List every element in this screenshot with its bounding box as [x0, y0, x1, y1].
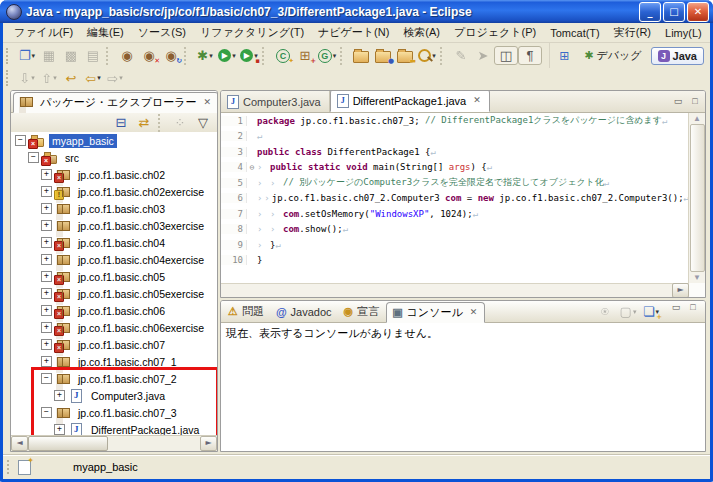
maximize-editor-button[interactable]: □ [688, 95, 702, 108]
tab-declaration[interactable]: ◉宣言 [339, 302, 387, 321]
show-whitespace-button[interactable]: ¶ [518, 46, 542, 65]
java-perspective-button[interactable]: J Java [651, 47, 704, 65]
editor-tab-Computer3.java[interactable]: Computer3.java [221, 91, 330, 112]
expand-icon[interactable]: + [41, 203, 52, 214]
open-console-button[interactable]: ❏+▾ [640, 301, 662, 322]
tree-item-DifferentPackage1.java[interactable]: +DifferentPackage1.java [11, 421, 217, 435]
expand-icon[interactable]: + [41, 305, 52, 316]
minimize-editor-button[interactable]: ▭ [671, 95, 685, 108]
tree-item-jp.co.f1.basic.ch03[interactable]: +jp.co.f1.basic.ch03 [11, 200, 217, 217]
tree-item-jp.co.f1.basic.ch04[interactable]: +×jp.co.f1.basic.ch04 [11, 234, 217, 251]
tree-item-jp.co.f1.basic.ch03exercise[interactable]: +jp.co.f1.basic.ch03exercise [11, 217, 217, 234]
tree-item-jp.co.f1.basic.ch02[interactable]: +×jp.co.f1.basic.ch02 [11, 166, 217, 183]
expand-icon[interactable]: + [41, 271, 52, 282]
collapse-all-button[interactable]: ⊟ [110, 112, 132, 133]
back-button[interactable]: ⇦▾ [82, 68, 104, 89]
tree-item-jp.co.f1.basic.ch07_2[interactable]: −jp.co.f1.basic.ch07_2 [11, 370, 217, 387]
fold-collapse-icon[interactable]: ⊖ [247, 163, 257, 172]
expand-icon[interactable]: + [41, 237, 52, 248]
hscroll-thumb[interactable] [28, 436, 108, 451]
package-explorer-tab[interactable]: パッケージ・エクスプローラー ✕ [13, 92, 218, 113]
menu-item-3[interactable]: ソース(S) [131, 23, 193, 42]
package-explorer-hscrollbar[interactable]: ◄ ► [11, 435, 217, 451]
tree-item-jp.co.f1.basic.ch07_3[interactable]: −jp.co.f1.basic.ch07_3 [11, 404, 217, 421]
open-project-button[interactable] [350, 45, 372, 66]
scroll-left-icon[interactable]: ◄ [11, 436, 28, 451]
open-perspective-button[interactable]: ⊞ [553, 47, 575, 65]
collapse-icon[interactable]: − [15, 135, 26, 146]
minimize-console-button[interactable]: ▭ [669, 301, 683, 314]
tomcat-restart-button[interactable]: ◉↻ [160, 45, 182, 66]
menu-item-8[interactable]: Tomcat(T) [543, 25, 607, 41]
editor-hscrollbar[interactable]: ► [221, 283, 689, 297]
collapse-icon[interactable]: − [41, 373, 52, 384]
minimize-button[interactable]: _ [639, 2, 661, 22]
expand-icon[interactable]: + [41, 169, 52, 180]
tree-item-jp.co.f1.basic.ch07[interactable]: +×jp.co.f1.basic.ch07 [11, 336, 217, 353]
toolbar-grip[interactable] [6, 70, 13, 86]
mark-occurrences-button[interactable]: ◫ [494, 46, 518, 65]
close-tab-icon[interactable]: ✕ [473, 96, 481, 105]
expand-icon[interactable]: + [41, 322, 52, 333]
expand-icon[interactable]: + [41, 186, 52, 197]
tree-item-Computer3.java[interactable]: +Computer3.java [11, 387, 217, 404]
close-button[interactable]: ✕ [687, 2, 709, 22]
open-file-button[interactable]: ▬ [394, 45, 416, 66]
expand-icon[interactable]: + [41, 254, 52, 265]
menu-item-6[interactable]: 検索(A) [396, 23, 447, 42]
new-package-button[interactable]: ⊞+ [294, 45, 316, 66]
tomcat-stop-button[interactable]: ◉✕ [138, 45, 160, 66]
close-tab-icon[interactable]: ✕ [470, 308, 478, 317]
menu-item-9[interactable]: 実行(R) [607, 23, 658, 42]
tree-item-jp.co.f1.basic.ch06[interactable]: +×jp.co.f1.basic.ch06 [11, 302, 217, 319]
menu-item-7[interactable]: プロジェクト(P) [447, 23, 543, 42]
tree-item-jp.co.f1.basic.ch07_1[interactable]: +jp.co.f1.basic.ch07_1 [11, 353, 217, 370]
tree-item-jp.co.f1.basic.ch05exercise[interactable]: +×jp.co.f1.basic.ch05exercise [11, 285, 217, 302]
back-to-last-edit-button[interactable]: ↩ [60, 68, 82, 89]
expand-icon[interactable]: + [54, 390, 65, 401]
menu-item-5[interactable]: ナビゲート(N) [311, 23, 396, 42]
link-with-editor-button[interactable]: ⇄ [133, 112, 155, 133]
scroll-right-icon[interactable]: ► [200, 436, 217, 451]
tree-item-jp.co.f1.basic.ch02exercise[interactable]: +!jp.co.f1.basic.ch02exercise [11, 183, 217, 200]
code-editor[interactable]: 1package jp.co.f1.basic.ch07_3; // Diffe… [221, 113, 689, 283]
tree-item-jp.co.f1.basic.ch05[interactable]: +×jp.co.f1.basic.ch05 [11, 268, 217, 285]
run-button[interactable]: ▶▾ [216, 45, 238, 66]
expand-icon[interactable]: + [41, 339, 52, 350]
vscroll-thumb[interactable] [690, 124, 705, 272]
tab-problems[interactable]: ⚠問題 [223, 302, 271, 321]
editor-tab-DifferentPackage1.java[interactable]: DifferentPackage1.java✕ [330, 90, 490, 112]
menu-item-4[interactable]: リファクタリング(T) [193, 23, 311, 42]
tree-item-jp.co.f1.basic.ch06exercise[interactable]: +×jp.co.f1.basic.ch06exercise [11, 319, 217, 336]
expand-icon[interactable]: + [41, 356, 52, 367]
view-menu-button[interactable]: ▽ [192, 112, 214, 133]
open-type-button[interactable]: G▾ [316, 45, 338, 66]
toolbar-grip[interactable] [6, 48, 13, 64]
scroll-up-icon[interactable]: ▲ [693, 114, 701, 123]
maximize-console-button[interactable]: □ [686, 301, 700, 314]
open-package-button[interactable]: ● [372, 45, 394, 66]
new-wizard-button[interactable]: ❐▾ [16, 45, 38, 66]
tree-item-jp.co.f1.basic.ch04exercise[interactable]: +jp.co.f1.basic.ch04exercise [11, 251, 217, 268]
tab-javadoc[interactable]: @Javadoc [271, 304, 339, 320]
maximize-button[interactable]: □ [663, 2, 685, 22]
tree-item-myapp_basic[interactable]: −×myapp_basic [11, 132, 217, 149]
debug-perspective-button[interactable]: ✱ デバッグ [578, 46, 647, 65]
tree-item-src[interactable]: −×src [11, 149, 217, 166]
external-tools-button[interactable]: ▶▪▾ [238, 45, 260, 66]
menu-item-2[interactable]: 編集(E) [80, 23, 131, 42]
close-view-icon[interactable]: ✕ [204, 98, 212, 107]
collapse-icon[interactable]: − [41, 407, 52, 418]
search-button[interactable]: ▾ [416, 45, 438, 66]
menu-item-1[interactable]: ファイル(F) [7, 23, 80, 42]
tomcat-start-button[interactable]: ◉ [116, 45, 138, 66]
scroll-down-icon[interactable]: ▼ [693, 273, 701, 282]
new-class-button[interactable]: C✦ [272, 45, 294, 66]
menu-item-11[interactable]: ウィンドウ(W) [709, 23, 713, 42]
scroll-right-icon[interactable]: ► [672, 283, 689, 298]
debug-button[interactable]: ✱▾ [194, 45, 216, 66]
editor-vscrollbar[interactable]: ▲ ▼ [688, 113, 705, 283]
statusbar-grip[interactable] [7, 460, 13, 474]
collapse-icon[interactable]: − [28, 152, 39, 163]
expand-icon[interactable]: + [41, 220, 52, 231]
